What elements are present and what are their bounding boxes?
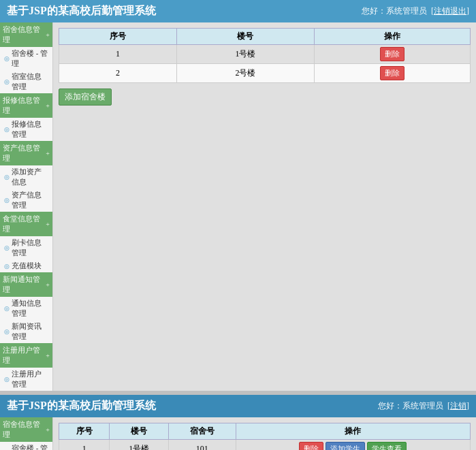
sidebar-item-news[interactable]: 新闻资讯管理 <box>0 320 52 343</box>
cell-building: 1号楼 <box>177 45 314 64</box>
sidebar2-item-dorm-building[interactable]: 宿舍楼 - 管理 <box>0 442 52 450</box>
expand-icon-user: + <box>46 352 50 359</box>
sidebar-2: 宿舍信息管理 + 宿舍楼 - 管理 宿室信息管理 报修信息管理 + 报修信息管理… <box>0 417 53 450</box>
sidebar-item-add-asset[interactable]: 添加资产信息 <box>0 165 52 189</box>
sidebar-section-asset[interactable]: 资产信息管理 + <box>0 141 52 165</box>
cell-action: 删除 添加学生 学生查看 <box>236 440 470 451</box>
cell-building: 1号楼 <box>110 440 169 451</box>
app-title-1: 基于JSP的某高校后勤管理系统 <box>7 4 156 18</box>
header-1: 基于JSP的某高校后勤管理系统 您好：系统管理员 [注销退出] <box>0 0 476 22</box>
sidebar-item-recharge[interactable]: 充值模块 <box>0 259 52 272</box>
panel-1-layout: 宿舍信息管理 + 宿舍楼 - 管理 宿室信息管理 报修信息管理 + 报修信息管理… <box>0 22 476 391</box>
add-building-button[interactable]: 添加宿舍楼 <box>59 89 112 106</box>
sidebar-item-card[interactable]: 刷卡信息管理 <box>0 236 52 259</box>
logout-link-1[interactable]: 注销退出 <box>434 6 466 16</box>
sidebar-1: 宿舍信息管理 + 宿舍楼 - 管理 宿室信息管理 报修信息管理 + 报修信息管理… <box>0 22 53 391</box>
panel-2-layout: 宿舍信息管理 + 宿舍楼 - 管理 宿室信息管理 报修信息管理 + 报修信息管理… <box>0 417 476 450</box>
delete-button[interactable]: 删除 <box>380 66 404 80</box>
cell-action: 删除 <box>314 64 470 83</box>
col-header-room-2: 宿舍号 <box>169 423 236 440</box>
add-student-button-r1[interactable]: 添加学生 <box>326 442 365 450</box>
sidebar-section-dorm[interactable]: 宿舍信息管理 + <box>0 22 52 47</box>
user-info-1: 您好：系统管理员 [注销退出] <box>362 5 469 17</box>
cell-id: 1 <box>59 440 110 451</box>
table-row: 2 2号楼 删除 <box>59 64 471 83</box>
cell-id: 1 <box>59 45 177 64</box>
col-header-action-2: 操作 <box>236 423 470 440</box>
expand-icon-asset: + <box>46 150 50 157</box>
sidebar-item-asset-manage[interactable]: 资产信息管理 <box>0 189 52 212</box>
sidebar-item-repair[interactable]: 报修信息管理 <box>0 118 52 141</box>
cell-room: 101 <box>169 440 236 451</box>
col-header-building-1: 楼号 <box>177 29 314 45</box>
table-row: 1 1号楼 101 删除 添加学生 学生查看 <box>59 440 471 451</box>
delete-button[interactable]: 删除 <box>380 47 404 61</box>
expand-icon-canteen: + <box>46 221 50 228</box>
header-2: 基于JSP的某高校后勤管理系统 您好：系统管理员 [注销] <box>0 395 476 417</box>
view-student-button-r1[interactable]: 学生查看 <box>367 442 407 450</box>
building-table-1: 序号 楼号 操作 1 1号楼 删除 2 2号楼 <box>59 28 471 83</box>
expand-icon-dorm: + <box>46 31 50 39</box>
user-info-2: 您好：系统管理员 [注销] <box>378 400 469 412</box>
main-content-1: 序号 楼号 操作 1 1号楼 删除 2 2号楼 <box>53 22 476 391</box>
cell-id: 2 <box>59 64 177 83</box>
expand-icon-repair: + <box>46 102 50 110</box>
col-header-building-2: 楼号 <box>110 423 169 440</box>
col-header-action-1: 操作 <box>314 29 470 45</box>
table-row: 1 1号楼 删除 <box>59 45 471 64</box>
sidebar-item-user-manage[interactable]: 注册用户管理 <box>0 368 52 391</box>
sidebar-section-news[interactable]: 新闻通知管理 + <box>0 272 52 297</box>
room-table-2: 序号 楼号 宿舍号 操作 1 1号楼 101 删除 添加学生 学生 <box>59 423 471 450</box>
cell-action: 删除 <box>314 45 470 64</box>
sidebar-section-user[interactable]: 注册用户管理 + <box>0 343 52 368</box>
sidebar-item-dorm-room[interactable]: 宿室信息管理 <box>0 70 52 93</box>
expand-icon-news: + <box>46 281 50 289</box>
expand-icon-dorm-2: + <box>46 426 50 434</box>
delete-button-r1[interactable]: 删除 <box>299 442 323 450</box>
col-header-id-2: 序号 <box>59 423 110 440</box>
sidebar-item-notice[interactable]: 通知信息管理 <box>0 297 52 320</box>
cell-building: 2号楼 <box>177 64 314 83</box>
main-content-2: 序号 楼号 宿舍号 操作 1 1号楼 101 删除 添加学生 学生 <box>53 417 476 450</box>
col-header-id-1: 序号 <box>59 29 177 45</box>
sidebar-section-repair[interactable]: 报修信息管理 + <box>0 93 52 118</box>
app-title-2: 基于JSP的某高校后勤管理系统 <box>7 399 156 413</box>
sidebar2-section-dorm[interactable]: 宿舍信息管理 + <box>0 417 52 442</box>
logout-link-2[interactable]: 注销 <box>450 401 466 411</box>
sidebar-item-dorm-building[interactable]: 宿舍楼 - 管理 <box>0 47 52 70</box>
sidebar-section-canteen[interactable]: 食堂信息管理 + <box>0 212 52 236</box>
